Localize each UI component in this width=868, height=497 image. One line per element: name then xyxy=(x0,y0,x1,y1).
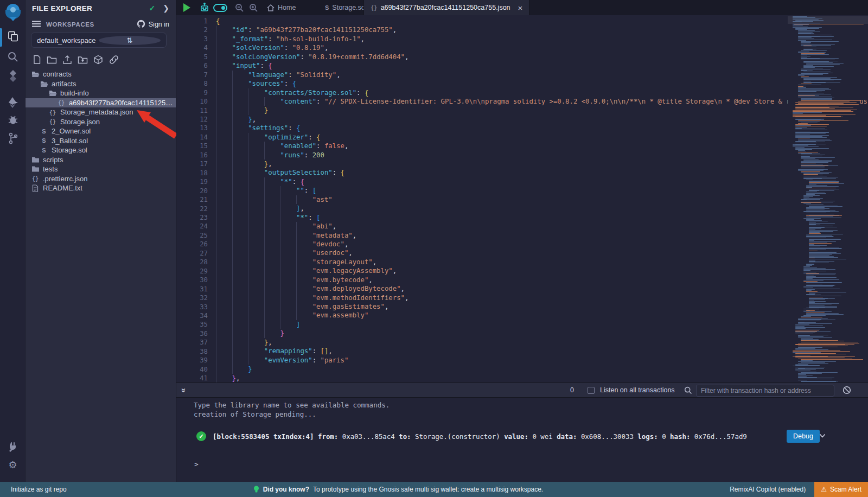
json-file-icon: {} xyxy=(48,118,57,125)
solidity-compiler-icon[interactable] xyxy=(0,69,25,82)
settings-icon[interactable]: ⚙ xyxy=(0,460,25,470)
plugin-manager-icon[interactable] xyxy=(0,441,25,453)
zoom-out-button[interactable] xyxy=(235,0,244,15)
debug-button[interactable]: Debug xyxy=(787,430,820,443)
terminal[interactable]: » 0 Listen on all transactions Type the … xyxy=(176,383,868,482)
minimap-line xyxy=(806,275,835,275)
file-tree: contractsartifactsbuild-info{}a69b43f277… xyxy=(25,69,176,193)
minimap-line xyxy=(803,177,838,177)
minimap-line xyxy=(803,269,835,270)
deploy-and-run-icon[interactable] xyxy=(0,97,25,109)
tree-item[interactable]: {}Storage_metadata.json xyxy=(25,107,176,117)
chevron-right-icon[interactable]: ❯ xyxy=(163,4,169,12)
tree-item[interactable]: S3_Ballot.sol xyxy=(25,136,176,146)
minimap-line xyxy=(795,20,824,21)
minimap-line xyxy=(801,53,825,54)
tree-item[interactable]: {}a69b43f277ba20fcac141151250ca7... xyxy=(25,98,176,108)
minimap-line xyxy=(809,306,837,307)
minimap-line xyxy=(795,348,815,349)
tree-item-label: contracts xyxy=(43,70,72,78)
tx-log-text: [block:5583405 txIndex:4] from: 0xa03...… xyxy=(213,432,747,441)
tree-item[interactable]: S2_Owner.sol xyxy=(25,126,176,136)
copilot-status[interactable]: RemixAI Copilot (enabled) xyxy=(730,486,806,493)
listen-all-transactions-checkbox[interactable] xyxy=(588,387,595,394)
folder-open-icon xyxy=(31,71,40,78)
upload-folder-icon[interactable] xyxy=(78,55,88,67)
minimap-line xyxy=(806,192,817,192)
warning-icon: ⚠ xyxy=(821,486,827,493)
copilot-toggle[interactable] xyxy=(213,0,227,15)
file-explorer-icon[interactable] xyxy=(0,30,25,42)
workspace-dropdown[interactable]: default_workspace ⇅ xyxy=(31,33,167,48)
code-line: "_format": "hh-sol-build-info-1", xyxy=(216,35,868,43)
tab-home[interactable]: Home xyxy=(260,0,302,15)
tree-item[interactable]: tests xyxy=(25,164,176,174)
minimap-line xyxy=(809,302,815,303)
minimap-line xyxy=(809,251,818,251)
code-line: }, xyxy=(216,115,868,124)
git-init-button[interactable]: Initialize as git repo xyxy=(11,486,67,493)
code-line: "remappings": [], xyxy=(216,347,868,355)
minimap-line xyxy=(798,321,820,321)
minimap-line xyxy=(795,371,810,371)
code-editor[interactable]: 1234567891011121314151617181920212223242… xyxy=(176,15,868,383)
transaction-row[interactable]: ✓ [block:5583405 txIndex:4] from: 0xa03.… xyxy=(176,429,868,443)
code-line: } xyxy=(216,329,868,337)
tree-item[interactable]: SStorage.sol xyxy=(25,145,176,155)
terminal-search-icon xyxy=(684,386,692,397)
tree-item[interactable]: artifacts xyxy=(25,79,176,89)
link-icon[interactable] xyxy=(108,55,119,67)
minimap-line xyxy=(803,48,831,48)
upload-file-icon[interactable] xyxy=(62,55,72,67)
minimap-line xyxy=(803,173,829,174)
publish-to-ipfs-icon[interactable] xyxy=(93,55,103,67)
new-file-icon[interactable] xyxy=(33,55,41,67)
expand-tx-icon[interactable] xyxy=(819,432,826,442)
sign-in-label: Sign in xyxy=(149,21,169,28)
tree-item[interactable]: README.txt xyxy=(25,183,176,193)
hamburger-menu-icon[interactable] xyxy=(32,20,41,29)
new-folder-icon[interactable] xyxy=(47,55,57,67)
close-tab-icon[interactable]: × xyxy=(518,3,523,12)
tree-item[interactable]: scripts xyxy=(25,155,176,165)
minimap-line xyxy=(803,311,832,312)
clear-console-icon[interactable] xyxy=(843,386,851,397)
minimap-line xyxy=(803,309,819,309)
minimap-line xyxy=(801,69,831,69)
code-line: "userdoc", xyxy=(216,248,868,257)
minimap-line xyxy=(795,364,808,365)
terminal-prompt[interactable]: > xyxy=(194,460,199,468)
remixai-button[interactable] xyxy=(199,0,210,15)
minimap-line xyxy=(798,32,813,33)
minimap-line xyxy=(809,260,815,260)
minimap-line xyxy=(793,112,822,113)
debugger-icon[interactable] xyxy=(0,114,25,125)
code-line: } xyxy=(216,365,868,373)
search-icon[interactable] xyxy=(0,51,25,62)
code-line: }, xyxy=(216,374,868,383)
status-bar: Initialize as git repo Did you know? To … xyxy=(0,482,868,497)
transaction-filter-input[interactable] xyxy=(696,385,834,397)
minimap-line xyxy=(793,26,803,26)
run-script-button[interactable] xyxy=(183,0,190,15)
minimap-line xyxy=(801,201,835,201)
tree-item[interactable]: build-info xyxy=(25,88,176,98)
robot-icon xyxy=(199,2,210,13)
sign-in-button[interactable]: Sign in xyxy=(137,20,169,30)
minimap-line xyxy=(801,60,835,60)
tab-build-info-json[interactable]: {} a69b43f277ba20fcac141151250ca755.json… xyxy=(363,0,529,15)
expand-terminal-icon[interactable]: » xyxy=(180,388,189,392)
minimap[interactable] xyxy=(788,15,868,383)
minimap-line xyxy=(809,232,820,233)
zoom-in-button[interactable] xyxy=(249,0,258,15)
file-explorer-panel: FILE EXPLORER ✓ ❯ WORKSPACES Sign in def… xyxy=(25,0,176,482)
tree-item[interactable]: {}Storage.json xyxy=(25,117,176,127)
tree-item[interactable]: contracts xyxy=(25,69,176,79)
scam-alert-button[interactable]: ⚠ Scam Alert xyxy=(814,482,868,497)
minimap-line xyxy=(795,118,825,118)
minimap-line xyxy=(798,39,814,39)
git-icon[interactable] xyxy=(0,132,25,144)
code-line: "settings": { xyxy=(216,124,868,132)
tree-item[interactable]: {}.prettierrc.json xyxy=(25,174,176,184)
minimap-line xyxy=(795,327,825,328)
